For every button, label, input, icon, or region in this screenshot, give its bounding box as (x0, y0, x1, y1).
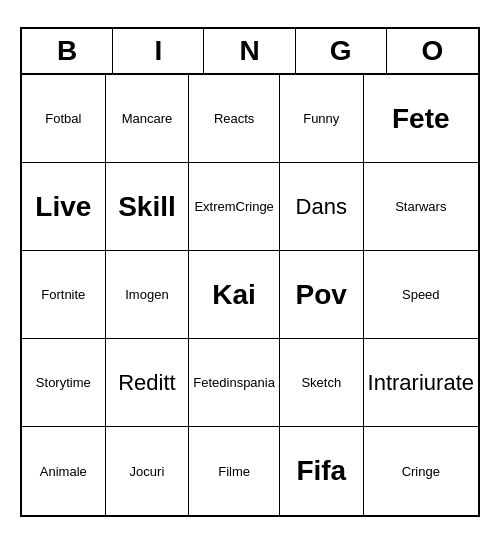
bingo-cell-17: Fetedinspania (189, 339, 280, 427)
bingo-cell-11: Imogen (106, 251, 190, 339)
bingo-cell-2: Reacts (189, 75, 280, 163)
bingo-cell-22: Filme (189, 427, 280, 515)
bingo-cell-7: ExtremCringe (189, 163, 280, 251)
bingo-cell-16: Reditt (106, 339, 190, 427)
bingo-cell-15: Storytime (22, 339, 106, 427)
bingo-cell-5: Live (22, 163, 106, 251)
bingo-cell-14: Speed (364, 251, 478, 339)
bingo-cell-0: Fotbal (22, 75, 106, 163)
bingo-cell-12: Kai (189, 251, 280, 339)
bingo-cell-3: Funny (280, 75, 364, 163)
bingo-cell-1: Mancare (106, 75, 190, 163)
bingo-cell-20: Animale (22, 427, 106, 515)
bingo-cell-21: Jocuri (106, 427, 190, 515)
bingo-cell-13: Pov (280, 251, 364, 339)
bingo-cell-24: Cringe (364, 427, 478, 515)
bingo-grid: FotbalMancareReactsFunnyFeteLiveSkillExt… (22, 75, 478, 515)
bingo-cell-10: Fortnite (22, 251, 106, 339)
bingo-header-letter-g: G (296, 29, 387, 73)
bingo-header-letter-i: I (113, 29, 204, 73)
bingo-cell-8: Dans (280, 163, 364, 251)
bingo-cell-23: Fifa (280, 427, 364, 515)
bingo-cell-6: Skill (106, 163, 190, 251)
bingo-header-letter-n: N (204, 29, 295, 73)
bingo-card: BINGO FotbalMancareReactsFunnyFeteLiveSk… (20, 27, 480, 517)
bingo-cell-9: Starwars (364, 163, 478, 251)
bingo-cell-19: Intrariurate (364, 339, 478, 427)
bingo-header-letter-o: O (387, 29, 478, 73)
bingo-cell-4: Fete (364, 75, 478, 163)
bingo-header: BINGO (22, 29, 478, 75)
bingo-header-letter-b: B (22, 29, 113, 73)
bingo-cell-18: Sketch (280, 339, 364, 427)
